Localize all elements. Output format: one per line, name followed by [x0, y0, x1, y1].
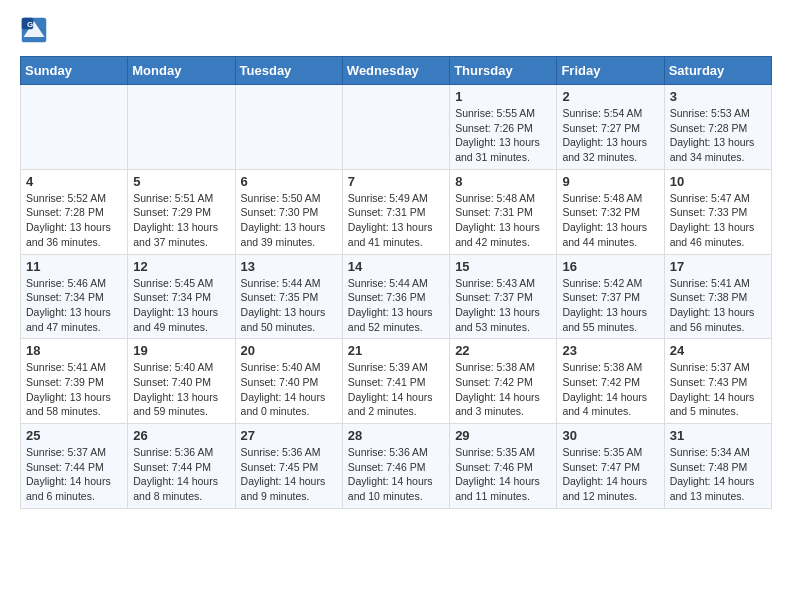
calendar-cell: 1Sunrise: 5:55 AMSunset: 7:26 PMDaylight…: [450, 85, 557, 170]
calendar-cell: 13Sunrise: 5:44 AMSunset: 7:35 PMDayligh…: [235, 254, 342, 339]
week-row-5: 25Sunrise: 5:37 AMSunset: 7:44 PMDayligh…: [21, 424, 772, 509]
calendar-cell: 29Sunrise: 5:35 AMSunset: 7:46 PMDayligh…: [450, 424, 557, 509]
logo-icon: G: [20, 16, 48, 44]
calendar-cell: 25Sunrise: 5:37 AMSunset: 7:44 PMDayligh…: [21, 424, 128, 509]
svg-text:G: G: [27, 20, 33, 29]
day-number: 22: [455, 343, 551, 358]
day-info: Sunrise: 5:54 AMSunset: 7:27 PMDaylight:…: [562, 106, 658, 165]
day-number: 18: [26, 343, 122, 358]
day-number: 2: [562, 89, 658, 104]
day-info: Sunrise: 5:42 AMSunset: 7:37 PMDaylight:…: [562, 276, 658, 335]
calendar-cell: 8Sunrise: 5:48 AMSunset: 7:31 PMDaylight…: [450, 169, 557, 254]
day-info: Sunrise: 5:45 AMSunset: 7:34 PMDaylight:…: [133, 276, 229, 335]
calendar-cell: 21Sunrise: 5:39 AMSunset: 7:41 PMDayligh…: [342, 339, 449, 424]
weekday-header-sunday: Sunday: [21, 57, 128, 85]
day-info: Sunrise: 5:39 AMSunset: 7:41 PMDaylight:…: [348, 360, 444, 419]
calendar-cell: 26Sunrise: 5:36 AMSunset: 7:44 PMDayligh…: [128, 424, 235, 509]
logo: G: [20, 16, 52, 44]
day-info: Sunrise: 5:50 AMSunset: 7:30 PMDaylight:…: [241, 191, 337, 250]
day-number: 12: [133, 259, 229, 274]
day-info: Sunrise: 5:48 AMSunset: 7:32 PMDaylight:…: [562, 191, 658, 250]
day-info: Sunrise: 5:51 AMSunset: 7:29 PMDaylight:…: [133, 191, 229, 250]
day-number: 3: [670, 89, 766, 104]
day-info: Sunrise: 5:41 AMSunset: 7:38 PMDaylight:…: [670, 276, 766, 335]
weekday-header-row: SundayMondayTuesdayWednesdayThursdayFrid…: [21, 57, 772, 85]
day-info: Sunrise: 5:35 AMSunset: 7:47 PMDaylight:…: [562, 445, 658, 504]
week-row-3: 11Sunrise: 5:46 AMSunset: 7:34 PMDayligh…: [21, 254, 772, 339]
day-number: 5: [133, 174, 229, 189]
day-number: 28: [348, 428, 444, 443]
day-info: Sunrise: 5:40 AMSunset: 7:40 PMDaylight:…: [133, 360, 229, 419]
calendar-cell: 16Sunrise: 5:42 AMSunset: 7:37 PMDayligh…: [557, 254, 664, 339]
day-info: Sunrise: 5:55 AMSunset: 7:26 PMDaylight:…: [455, 106, 551, 165]
weekday-header-monday: Monday: [128, 57, 235, 85]
day-number: 7: [348, 174, 444, 189]
calendar-cell: 10Sunrise: 5:47 AMSunset: 7:33 PMDayligh…: [664, 169, 771, 254]
calendar-cell: 3Sunrise: 5:53 AMSunset: 7:28 PMDaylight…: [664, 85, 771, 170]
day-number: 29: [455, 428, 551, 443]
day-info: Sunrise: 5:38 AMSunset: 7:42 PMDaylight:…: [455, 360, 551, 419]
day-number: 13: [241, 259, 337, 274]
day-number: 9: [562, 174, 658, 189]
day-number: 14: [348, 259, 444, 274]
day-info: Sunrise: 5:47 AMSunset: 7:33 PMDaylight:…: [670, 191, 766, 250]
day-info: Sunrise: 5:44 AMSunset: 7:36 PMDaylight:…: [348, 276, 444, 335]
day-info: Sunrise: 5:49 AMSunset: 7:31 PMDaylight:…: [348, 191, 444, 250]
day-number: 6: [241, 174, 337, 189]
day-number: 1: [455, 89, 551, 104]
calendar-cell: [342, 85, 449, 170]
calendar-cell: 24Sunrise: 5:37 AMSunset: 7:43 PMDayligh…: [664, 339, 771, 424]
day-info: Sunrise: 5:37 AMSunset: 7:43 PMDaylight:…: [670, 360, 766, 419]
calendar-cell: 28Sunrise: 5:36 AMSunset: 7:46 PMDayligh…: [342, 424, 449, 509]
day-number: 11: [26, 259, 122, 274]
day-info: Sunrise: 5:36 AMSunset: 7:46 PMDaylight:…: [348, 445, 444, 504]
day-number: 20: [241, 343, 337, 358]
weekday-header-tuesday: Tuesday: [235, 57, 342, 85]
day-info: Sunrise: 5:34 AMSunset: 7:48 PMDaylight:…: [670, 445, 766, 504]
calendar-cell: 19Sunrise: 5:40 AMSunset: 7:40 PMDayligh…: [128, 339, 235, 424]
day-info: Sunrise: 5:52 AMSunset: 7:28 PMDaylight:…: [26, 191, 122, 250]
day-number: 30: [562, 428, 658, 443]
calendar-cell: 30Sunrise: 5:35 AMSunset: 7:47 PMDayligh…: [557, 424, 664, 509]
calendar-cell: [128, 85, 235, 170]
calendar-cell: 27Sunrise: 5:36 AMSunset: 7:45 PMDayligh…: [235, 424, 342, 509]
day-number: 26: [133, 428, 229, 443]
calendar-cell: [21, 85, 128, 170]
calendar-cell: 4Sunrise: 5:52 AMSunset: 7:28 PMDaylight…: [21, 169, 128, 254]
day-number: 17: [670, 259, 766, 274]
calendar-cell: 17Sunrise: 5:41 AMSunset: 7:38 PMDayligh…: [664, 254, 771, 339]
week-row-4: 18Sunrise: 5:41 AMSunset: 7:39 PMDayligh…: [21, 339, 772, 424]
weekday-header-wednesday: Wednesday: [342, 57, 449, 85]
calendar-cell: 11Sunrise: 5:46 AMSunset: 7:34 PMDayligh…: [21, 254, 128, 339]
day-info: Sunrise: 5:46 AMSunset: 7:34 PMDaylight:…: [26, 276, 122, 335]
day-number: 31: [670, 428, 766, 443]
day-info: Sunrise: 5:44 AMSunset: 7:35 PMDaylight:…: [241, 276, 337, 335]
calendar-cell: 2Sunrise: 5:54 AMSunset: 7:27 PMDaylight…: [557, 85, 664, 170]
calendar-cell: 18Sunrise: 5:41 AMSunset: 7:39 PMDayligh…: [21, 339, 128, 424]
day-number: 8: [455, 174, 551, 189]
calendar-cell: 12Sunrise: 5:45 AMSunset: 7:34 PMDayligh…: [128, 254, 235, 339]
day-info: Sunrise: 5:36 AMSunset: 7:45 PMDaylight:…: [241, 445, 337, 504]
day-info: Sunrise: 5:37 AMSunset: 7:44 PMDaylight:…: [26, 445, 122, 504]
day-number: 10: [670, 174, 766, 189]
calendar-cell: 7Sunrise: 5:49 AMSunset: 7:31 PMDaylight…: [342, 169, 449, 254]
day-info: Sunrise: 5:53 AMSunset: 7:28 PMDaylight:…: [670, 106, 766, 165]
weekday-header-friday: Friday: [557, 57, 664, 85]
week-row-1: 1Sunrise: 5:55 AMSunset: 7:26 PMDaylight…: [21, 85, 772, 170]
day-number: 25: [26, 428, 122, 443]
day-info: Sunrise: 5:40 AMSunset: 7:40 PMDaylight:…: [241, 360, 337, 419]
calendar-cell: 5Sunrise: 5:51 AMSunset: 7:29 PMDaylight…: [128, 169, 235, 254]
day-number: 19: [133, 343, 229, 358]
day-info: Sunrise: 5:35 AMSunset: 7:46 PMDaylight:…: [455, 445, 551, 504]
header: G: [20, 16, 772, 44]
calendar-cell: [235, 85, 342, 170]
day-number: 27: [241, 428, 337, 443]
calendar-table: SundayMondayTuesdayWednesdayThursdayFrid…: [20, 56, 772, 509]
day-info: Sunrise: 5:43 AMSunset: 7:37 PMDaylight:…: [455, 276, 551, 335]
calendar-cell: 14Sunrise: 5:44 AMSunset: 7:36 PMDayligh…: [342, 254, 449, 339]
day-number: 21: [348, 343, 444, 358]
day-number: 16: [562, 259, 658, 274]
page: G SundayMondayTuesdayWednesdayThursdayFr…: [0, 0, 792, 525]
week-row-2: 4Sunrise: 5:52 AMSunset: 7:28 PMDaylight…: [21, 169, 772, 254]
weekday-header-thursday: Thursday: [450, 57, 557, 85]
